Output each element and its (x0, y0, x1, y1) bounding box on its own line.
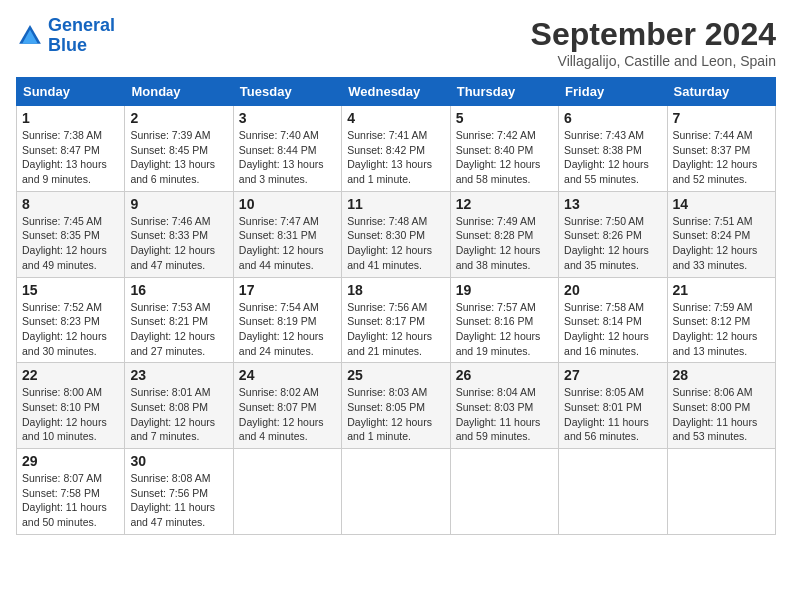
day-info: Sunrise: 7:54 AMSunset: 8:19 PMDaylight:… (239, 300, 336, 359)
calendar-week-row: 29Sunrise: 8:07 AMSunset: 7:58 PMDayligh… (17, 449, 776, 535)
calendar-cell (559, 449, 667, 535)
calendar-cell: 29Sunrise: 8:07 AMSunset: 7:58 PMDayligh… (17, 449, 125, 535)
calendar-header-row: SundayMondayTuesdayWednesdayThursdayFrid… (17, 78, 776, 106)
calendar-cell: 21Sunrise: 7:59 AMSunset: 8:12 PMDayligh… (667, 277, 775, 363)
day-number: 13 (564, 196, 661, 212)
calendar-cell: 19Sunrise: 7:57 AMSunset: 8:16 PMDayligh… (450, 277, 558, 363)
day-number: 16 (130, 282, 227, 298)
day-number: 29 (22, 453, 119, 469)
day-number: 15 (22, 282, 119, 298)
calendar-cell: 20Sunrise: 7:58 AMSunset: 8:14 PMDayligh… (559, 277, 667, 363)
calendar-cell: 5Sunrise: 7:42 AMSunset: 8:40 PMDaylight… (450, 106, 558, 192)
day-info: Sunrise: 8:07 AMSunset: 7:58 PMDaylight:… (22, 471, 119, 530)
calendar-cell: 22Sunrise: 8:00 AMSunset: 8:10 PMDayligh… (17, 363, 125, 449)
day-number: 26 (456, 367, 553, 383)
calendar-cell: 2Sunrise: 7:39 AMSunset: 8:45 PMDaylight… (125, 106, 233, 192)
day-number: 17 (239, 282, 336, 298)
day-info: Sunrise: 7:46 AMSunset: 8:33 PMDaylight:… (130, 214, 227, 273)
day-info: Sunrise: 7:59 AMSunset: 8:12 PMDaylight:… (673, 300, 770, 359)
day-info: Sunrise: 7:39 AMSunset: 8:45 PMDaylight:… (130, 128, 227, 187)
logo-icon (16, 22, 44, 50)
day-number: 8 (22, 196, 119, 212)
day-number: 11 (347, 196, 444, 212)
day-info: Sunrise: 7:42 AMSunset: 8:40 PMDaylight:… (456, 128, 553, 187)
page-header: General Blue September 2024 Villagalijo,… (16, 16, 776, 69)
day-number: 18 (347, 282, 444, 298)
day-info: Sunrise: 8:05 AMSunset: 8:01 PMDaylight:… (564, 385, 661, 444)
day-number: 21 (673, 282, 770, 298)
calendar-week-row: 22Sunrise: 8:00 AMSunset: 8:10 PMDayligh… (17, 363, 776, 449)
day-number: 27 (564, 367, 661, 383)
day-number: 14 (673, 196, 770, 212)
logo: General Blue (16, 16, 115, 56)
calendar-cell: 14Sunrise: 7:51 AMSunset: 8:24 PMDayligh… (667, 191, 775, 277)
day-info: Sunrise: 7:47 AMSunset: 8:31 PMDaylight:… (239, 214, 336, 273)
day-info: Sunrise: 8:01 AMSunset: 8:08 PMDaylight:… (130, 385, 227, 444)
calendar-cell: 26Sunrise: 8:04 AMSunset: 8:03 PMDayligh… (450, 363, 558, 449)
day-info: Sunrise: 7:58 AMSunset: 8:14 PMDaylight:… (564, 300, 661, 359)
calendar-cell: 30Sunrise: 8:08 AMSunset: 7:56 PMDayligh… (125, 449, 233, 535)
day-number: 1 (22, 110, 119, 126)
day-number: 5 (456, 110, 553, 126)
day-number: 10 (239, 196, 336, 212)
day-number: 24 (239, 367, 336, 383)
day-number: 6 (564, 110, 661, 126)
weekday-header-saturday: Saturday (667, 78, 775, 106)
calendar-cell: 27Sunrise: 8:05 AMSunset: 8:01 PMDayligh… (559, 363, 667, 449)
day-info: Sunrise: 7:52 AMSunset: 8:23 PMDaylight:… (22, 300, 119, 359)
calendar-cell: 17Sunrise: 7:54 AMSunset: 8:19 PMDayligh… (233, 277, 341, 363)
calendar-cell: 15Sunrise: 7:52 AMSunset: 8:23 PMDayligh… (17, 277, 125, 363)
calendar-cell: 28Sunrise: 8:06 AMSunset: 8:00 PMDayligh… (667, 363, 775, 449)
day-number: 9 (130, 196, 227, 212)
logo-line1: General (48, 15, 115, 35)
logo-text: General Blue (48, 16, 115, 56)
day-info: Sunrise: 7:56 AMSunset: 8:17 PMDaylight:… (347, 300, 444, 359)
calendar-cell (450, 449, 558, 535)
day-info: Sunrise: 8:06 AMSunset: 8:00 PMDaylight:… (673, 385, 770, 444)
calendar-cell: 25Sunrise: 8:03 AMSunset: 8:05 PMDayligh… (342, 363, 450, 449)
weekday-header-sunday: Sunday (17, 78, 125, 106)
weekday-header-monday: Monday (125, 78, 233, 106)
day-number: 25 (347, 367, 444, 383)
calendar-cell: 9Sunrise: 7:46 AMSunset: 8:33 PMDaylight… (125, 191, 233, 277)
day-info: Sunrise: 8:00 AMSunset: 8:10 PMDaylight:… (22, 385, 119, 444)
day-number: 20 (564, 282, 661, 298)
day-info: Sunrise: 7:57 AMSunset: 8:16 PMDaylight:… (456, 300, 553, 359)
weekday-header-wednesday: Wednesday (342, 78, 450, 106)
calendar-cell: 13Sunrise: 7:50 AMSunset: 8:26 PMDayligh… (559, 191, 667, 277)
weekday-header-thursday: Thursday (450, 78, 558, 106)
day-info: Sunrise: 7:49 AMSunset: 8:28 PMDaylight:… (456, 214, 553, 273)
calendar-cell: 3Sunrise: 7:40 AMSunset: 8:44 PMDaylight… (233, 106, 341, 192)
day-number: 28 (673, 367, 770, 383)
day-info: Sunrise: 8:08 AMSunset: 7:56 PMDaylight:… (130, 471, 227, 530)
day-number: 23 (130, 367, 227, 383)
day-info: Sunrise: 8:04 AMSunset: 8:03 PMDaylight:… (456, 385, 553, 444)
month-title: September 2024 (531, 16, 776, 53)
day-info: Sunrise: 7:44 AMSunset: 8:37 PMDaylight:… (673, 128, 770, 187)
calendar-cell: 8Sunrise: 7:45 AMSunset: 8:35 PMDaylight… (17, 191, 125, 277)
calendar-cell: 6Sunrise: 7:43 AMSunset: 8:38 PMDaylight… (559, 106, 667, 192)
day-info: Sunrise: 8:03 AMSunset: 8:05 PMDaylight:… (347, 385, 444, 444)
location-title: Villagalijo, Castille and Leon, Spain (531, 53, 776, 69)
day-info: Sunrise: 7:41 AMSunset: 8:42 PMDaylight:… (347, 128, 444, 187)
day-number: 7 (673, 110, 770, 126)
calendar-cell: 24Sunrise: 8:02 AMSunset: 8:07 PMDayligh… (233, 363, 341, 449)
calendar-cell: 11Sunrise: 7:48 AMSunset: 8:30 PMDayligh… (342, 191, 450, 277)
logo-line2: Blue (48, 35, 87, 55)
calendar-cell (233, 449, 341, 535)
day-info: Sunrise: 7:45 AMSunset: 8:35 PMDaylight:… (22, 214, 119, 273)
weekday-header-tuesday: Tuesday (233, 78, 341, 106)
day-info: Sunrise: 7:53 AMSunset: 8:21 PMDaylight:… (130, 300, 227, 359)
calendar-cell: 7Sunrise: 7:44 AMSunset: 8:37 PMDaylight… (667, 106, 775, 192)
calendar-cell: 10Sunrise: 7:47 AMSunset: 8:31 PMDayligh… (233, 191, 341, 277)
day-info: Sunrise: 8:02 AMSunset: 8:07 PMDaylight:… (239, 385, 336, 444)
calendar-cell (342, 449, 450, 535)
calendar-cell (667, 449, 775, 535)
title-block: September 2024 Villagalijo, Castille and… (531, 16, 776, 69)
calendar-cell: 12Sunrise: 7:49 AMSunset: 8:28 PMDayligh… (450, 191, 558, 277)
day-number: 4 (347, 110, 444, 126)
calendar-cell: 1Sunrise: 7:38 AMSunset: 8:47 PMDaylight… (17, 106, 125, 192)
day-info: Sunrise: 7:48 AMSunset: 8:30 PMDaylight:… (347, 214, 444, 273)
calendar-week-row: 8Sunrise: 7:45 AMSunset: 8:35 PMDaylight… (17, 191, 776, 277)
day-number: 30 (130, 453, 227, 469)
